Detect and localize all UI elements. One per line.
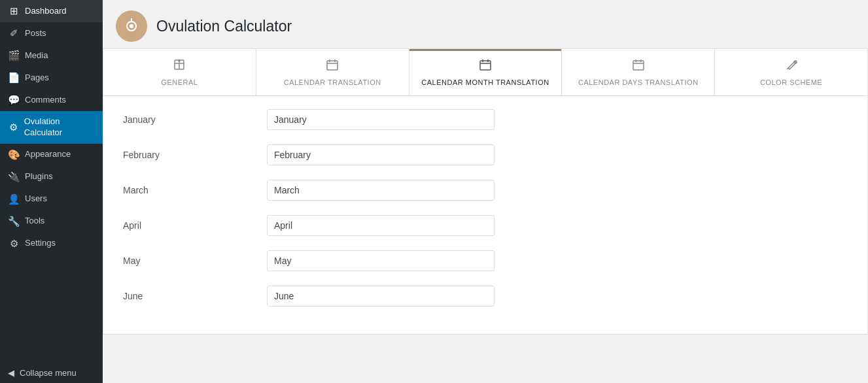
tab-color-scheme-label: COLOR SCHEME — [760, 78, 822, 86]
posts-icon: ✐ — [8, 27, 20, 39]
sidebar-item-appearance[interactable]: 🎨 Appearance — [0, 144, 103, 166]
tools-icon: 🔧 — [8, 216, 20, 227]
sidebar-item-dashboard[interactable]: ⊞ Dashboard — [0, 0, 103, 22]
tab-general-label: GENERAL — [161, 78, 198, 86]
tab-calendar-translation-label: CALENDAR TRANSLATION — [284, 78, 381, 86]
form-row-march: March — [123, 180, 848, 201]
calendar-translation-icon — [326, 58, 339, 75]
form-row-may: May — [123, 250, 848, 271]
sidebar: ⊞ Dashboard ✐ Posts 🎬 Media 📄 Pages 💬 Co… — [0, 0, 103, 383]
form-row-january: January — [123, 109, 848, 130]
sidebar-item-users[interactable]: 👤 Users — [0, 188, 103, 210]
svg-point-2 — [130, 24, 133, 28]
sidebar-item-tools[interactable]: 🔧 Tools — [0, 210, 103, 233]
pages-icon: 📄 — [8, 72, 20, 84]
dashboard-icon: ⊞ — [8, 5, 20, 17]
users-icon: 👤 — [8, 193, 20, 205]
main-content: Ovulation Calculator GENERAL — [103, 0, 868, 383]
tab-general[interactable]: GENERAL — [103, 49, 256, 95]
tab-calendar-month-label: CALENDAR MONTH TRANSLATION — [421, 78, 549, 86]
media-icon: 🎬 — [8, 50, 20, 61]
comments-icon: 💬 — [8, 94, 20, 106]
page-title: Ovulation Calculator — [156, 18, 292, 35]
content-area: January February March April May June — [103, 95, 868, 335]
svg-line-21 — [787, 68, 788, 69]
collapse-icon: ◀ — [8, 368, 14, 378]
label-january: January — [123, 114, 267, 125]
collapse-menu[interactable]: ◀ Collapse menu — [0, 363, 103, 383]
settings-icon: ⚙ — [8, 238, 20, 250]
label-april: April — [123, 220, 267, 231]
tabs-bar: GENERAL CALENDAR TRANSLATION — [103, 48, 868, 95]
ovulation-icon: ⚙ — [8, 122, 19, 133]
input-june[interactable] — [267, 286, 495, 307]
color-scheme-icon — [785, 58, 798, 75]
tab-calendar-days-label: CALENDAR DAYS TRANSLATION — [578, 78, 699, 86]
calendar-month-icon — [479, 58, 492, 75]
input-january[interactable] — [267, 109, 495, 130]
sidebar-item-settings[interactable]: ⚙ Settings — [0, 233, 103, 255]
input-march[interactable] — [267, 180, 495, 201]
tab-calendar-translation[interactable]: CALENDAR TRANSLATION — [256, 49, 409, 95]
label-may: May — [123, 256, 267, 266]
label-june: June — [123, 291, 267, 301]
plugins-icon: 🔌 — [8, 171, 20, 183]
sidebar-item-comments[interactable]: 💬 Comments — [0, 89, 103, 111]
calendar-days-icon — [632, 58, 645, 75]
sidebar-item-media[interactable]: 🎬 Media — [0, 44, 103, 67]
form-row-february: February — [123, 144, 848, 165]
input-may[interactable] — [267, 250, 495, 271]
sidebar-item-pages[interactable]: 📄 Pages — [0, 67, 103, 89]
label-march: March — [123, 185, 267, 195]
input-february[interactable] — [267, 144, 495, 165]
tab-color-scheme[interactable]: COLOR SCHEME — [715, 49, 867, 95]
input-april[interactable] — [267, 215, 495, 236]
appearance-icon: 🎨 — [8, 149, 20, 161]
svg-rect-8 — [327, 61, 338, 70]
sidebar-item-plugins[interactable]: 🔌 Plugins — [0, 166, 103, 188]
svg-rect-16 — [633, 61, 644, 70]
svg-rect-12 — [480, 61, 491, 70]
label-february: February — [123, 150, 267, 160]
sidebar-item-ovulation-calculator[interactable]: ⚙ Ovulation Calculator — [0, 111, 103, 144]
tab-calendar-days-translation[interactable]: CALENDAR DAYS TRANSLATION — [562, 49, 715, 95]
page-header: Ovulation Calculator — [103, 0, 868, 48]
plugin-logo — [116, 10, 147, 42]
tab-calendar-month-translation[interactable]: CALENDAR MONTH TRANSLATION — [409, 49, 563, 95]
form-row-april: April — [123, 215, 848, 236]
form-row-june: June — [123, 286, 848, 307]
collapse-label: Collapse menu — [20, 368, 77, 378]
sidebar-item-posts[interactable]: ✐ Posts — [0, 22, 103, 44]
general-icon — [173, 58, 186, 75]
